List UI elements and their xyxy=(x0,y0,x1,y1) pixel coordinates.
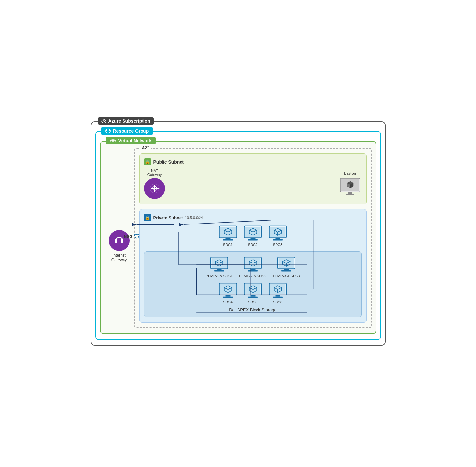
sds6-icon xyxy=(269,282,287,299)
pfmp2-label: PFMP-2 & SDS2 xyxy=(239,274,266,278)
nat-gateway-icon xyxy=(144,178,165,199)
nat-gateway-label: NATGateway xyxy=(147,169,162,177)
sdc3-label: SDC3 xyxy=(273,243,282,247)
azure-subscription-label: Azure Subscription xyxy=(98,117,154,125)
svg-rect-57 xyxy=(284,269,289,270)
dell-apex-label: Dell APEX Block Storage xyxy=(149,307,357,312)
sdc2-icon xyxy=(244,225,262,242)
pfmp3-label: PFMP-3 & SDS3 xyxy=(273,274,300,278)
az1-label: AZ1 xyxy=(140,145,152,150)
pfmp2-icon xyxy=(244,256,262,273)
sdc2-label: SDC2 xyxy=(248,243,257,247)
vnet-icon xyxy=(110,138,116,143)
svg-rect-29 xyxy=(250,238,255,239)
az1-container: AZ1 🔒 Public Subnet xyxy=(134,148,372,328)
svg-rect-71 xyxy=(250,295,255,297)
svg-rect-79 xyxy=(273,297,283,298)
virtual-network-label: Virtual Network xyxy=(106,137,156,144)
internet-gateway-label: InternetGateway xyxy=(111,253,127,262)
pfmp2-node: PFMP-2 & SDS2 xyxy=(239,256,266,278)
svg-rect-64 xyxy=(225,295,230,297)
svg-rect-16 xyxy=(346,194,354,195)
svg-rect-9 xyxy=(121,239,123,243)
sdc3-node: SDC3 xyxy=(269,225,287,247)
svg-rect-51 xyxy=(248,270,258,272)
pfmp-row: PFMP-1 & SDS1 xyxy=(149,256,357,278)
svg-rect-44 xyxy=(214,270,224,272)
svg-rect-72 xyxy=(248,297,258,298)
svg-rect-37 xyxy=(273,239,283,241)
nat-gateway-col: NATGateway xyxy=(144,169,165,199)
sdc2-node: SDC2 xyxy=(244,225,262,247)
svg-rect-50 xyxy=(250,269,255,270)
diagram-wrapper: Azure Subscription Resource Group xyxy=(91,121,386,346)
lock-icon-public: 🔒 xyxy=(144,158,151,165)
svg-rect-78 xyxy=(275,295,280,297)
bastion-col: Bastion xyxy=(339,171,362,196)
internet-gateway-col: InternetGateway xyxy=(105,145,134,262)
sds6-node: SDS6 xyxy=(269,282,287,304)
resource-group-label: Resource Group xyxy=(101,127,153,135)
main-layout: InternetGateway NSG 🛡 AZ1 xyxy=(105,145,372,328)
sds4-icon xyxy=(219,282,237,299)
svg-rect-30 xyxy=(248,239,258,241)
svg-rect-43 xyxy=(217,269,222,270)
sdc1-icon xyxy=(219,225,237,242)
svg-rect-36 xyxy=(275,238,280,239)
pfmp3-node: PFMP-3 & SDS3 xyxy=(273,256,300,278)
sds-row: SDS4 xyxy=(149,282,357,304)
private-subnet: 🔒 Private Subnet 10.5.0.0/24 xyxy=(139,209,367,323)
azure-subscription: Azure Subscription Resource Group xyxy=(91,121,386,346)
bastion-label: Bastion xyxy=(344,171,356,175)
private-subnet-cidr: 10.5.0.0/24 xyxy=(185,216,203,220)
svg-rect-15 xyxy=(348,192,352,194)
resource-group-icon xyxy=(105,128,111,134)
resource-group: Resource Group Virtual Network xyxy=(95,131,381,340)
sds5-icon xyxy=(244,282,262,299)
dell-apex-storage: PFMP-1 & SDS1 xyxy=(144,251,362,317)
sds4-node: SDS4 xyxy=(219,282,237,304)
gateway-arch-icon xyxy=(114,235,124,246)
svg-rect-22 xyxy=(225,238,230,239)
nsg-badge: NSG 🛡 xyxy=(124,233,140,240)
pfmp3-icon xyxy=(277,256,295,273)
sds6-label: SDS6 xyxy=(273,300,282,304)
virtual-network: Virtual Network xyxy=(100,141,376,334)
cloud-icon xyxy=(101,118,106,124)
bastion-icon xyxy=(339,177,362,196)
sds5-node: SDS5 xyxy=(244,282,262,304)
sdc1-node: SDC1 xyxy=(219,225,237,247)
sds4-label: SDS4 xyxy=(223,300,233,304)
pfmp1-node: PFMP-1 & SDS1 xyxy=(206,256,233,278)
public-subnet-content: NATGateway xyxy=(144,169,362,199)
sds5-label: SDS5 xyxy=(248,300,257,304)
svg-rect-23 xyxy=(223,239,233,241)
sdc3-icon xyxy=(269,225,287,242)
public-subnet: 🔒 Public Subnet NATGateway xyxy=(139,153,367,204)
svg-marker-3 xyxy=(106,129,110,131)
sdc-row: SDC1 xyxy=(144,225,362,247)
public-subnet-label: 🔒 Public Subnet xyxy=(144,158,362,165)
svg-rect-8 xyxy=(115,239,117,243)
shield-icon: 🛡 xyxy=(134,233,140,240)
nat-icon xyxy=(149,183,160,194)
lock-icon-private: 🔒 xyxy=(144,214,151,221)
pfmp1-label: PFMP-1 & SDS1 xyxy=(206,274,233,278)
sdc1-label: SDC1 xyxy=(223,243,233,247)
pfmp1-icon xyxy=(210,256,228,273)
svg-rect-58 xyxy=(281,270,291,272)
private-subnet-label: 🔒 Private Subnet 10.5.0.0/24 xyxy=(144,214,362,221)
right-diagram: NSG 🛡 AZ1 🔒 Pu xyxy=(134,145,372,328)
svg-rect-65 xyxy=(223,297,233,298)
